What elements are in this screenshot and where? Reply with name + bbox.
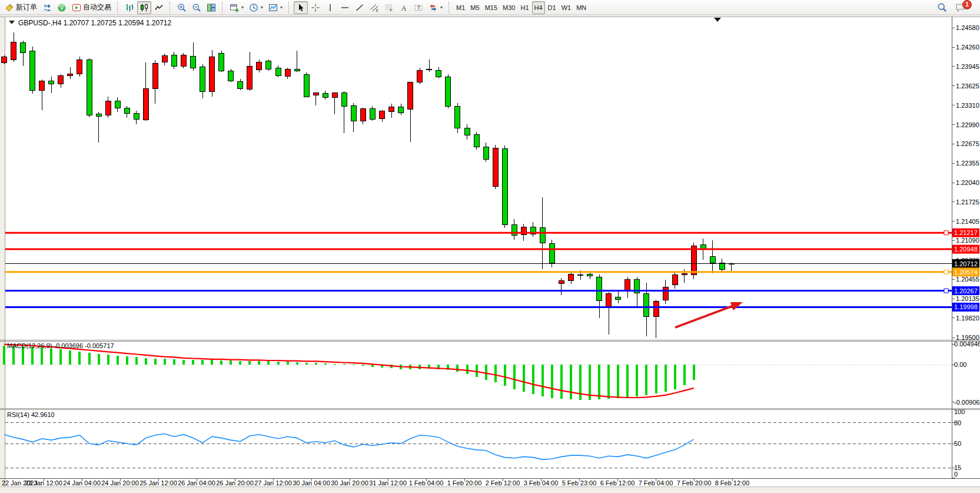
dropdown-arrow-icon[interactable]: ▾ bbox=[440, 5, 443, 10]
macd-bar bbox=[324, 363, 327, 365]
toolbar-group-trade: 新订单自动交易 bbox=[2, 1, 114, 14]
svg-text:1.20455: 1.20455 bbox=[956, 276, 979, 283]
new-chart-icon bbox=[230, 3, 239, 12]
svg-text:30 Jan 20:00: 30 Jan 20:00 bbox=[331, 479, 368, 487]
chat-button[interactable]: 1 bbox=[953, 1, 974, 14]
timeframe-mn[interactable]: MN bbox=[574, 1, 589, 14]
community-icon bbox=[42, 3, 52, 12]
macd-bar bbox=[456, 365, 459, 372]
macd-bar bbox=[494, 365, 497, 382]
macd-bar bbox=[126, 356, 128, 365]
timeframe-mn-label: MN bbox=[576, 4, 586, 11]
candle bbox=[304, 72, 309, 97]
svg-text:1.20712: 1.20712 bbox=[954, 260, 978, 267]
svg-text:1.22040: 1.22040 bbox=[956, 179, 979, 186]
templates-button[interactable]: ▾ bbox=[266, 1, 285, 14]
timeframe-h4[interactable]: H4 bbox=[532, 1, 545, 14]
line-type-icon bbox=[154, 3, 164, 12]
macd-bar bbox=[173, 359, 175, 365]
price-badge: 1.21217 bbox=[952, 229, 979, 237]
macd-bar bbox=[154, 359, 157, 365]
chart-canvas[interactable]: GBPUSD-,H4 1.20707 1.20725 1.20594 1.207… bbox=[0, 15, 980, 493]
macd-bar bbox=[636, 365, 638, 396]
arrows-button[interactable]: ▾ bbox=[426, 1, 445, 14]
toolbar-group-chart-types bbox=[122, 1, 166, 14]
text-label-icon: T bbox=[414, 3, 423, 12]
auto-trading-button[interactable]: 自动交易 bbox=[69, 1, 114, 14]
svg-text:1 Feb 20:00: 1 Feb 20:00 bbox=[447, 479, 482, 487]
text-button[interactable]: A bbox=[397, 1, 411, 14]
signals-icon bbox=[57, 3, 67, 12]
dropdown-arrow-icon[interactable]: ▾ bbox=[280, 5, 283, 10]
cursor-button[interactable] bbox=[294, 1, 308, 14]
macd-bar bbox=[182, 360, 185, 365]
line-chart-button[interactable] bbox=[152, 1, 166, 14]
bar-chart-button[interactable] bbox=[122, 1, 137, 14]
timeframe-h4-label: H4 bbox=[534, 4, 543, 11]
new-order-button[interactable]: 新订单 bbox=[2, 1, 39, 14]
timeframe-m5[interactable]: M5 bbox=[468, 1, 481, 14]
svg-text:1.24260: 1.24260 bbox=[956, 44, 979, 51]
macd-bar bbox=[117, 356, 119, 365]
window-chrome bbox=[0, 15, 980, 493]
periods-button[interactable]: ▾ bbox=[247, 1, 265, 14]
macd-bar bbox=[277, 362, 280, 365]
timeframe-h1-label: H1 bbox=[520, 4, 529, 11]
tile-windows-button[interactable] bbox=[204, 1, 218, 14]
svg-text:50: 50 bbox=[954, 440, 961, 447]
timeframe-d1[interactable]: D1 bbox=[546, 1, 559, 14]
text-a-icon: A bbox=[399, 3, 408, 12]
macd-bar bbox=[513, 365, 516, 389]
vertical-line-button[interactable] bbox=[323, 1, 337, 14]
new-order-button-label: 新订单 bbox=[16, 2, 37, 12]
crosshair-button[interactable] bbox=[308, 1, 323, 14]
macd-bar bbox=[287, 362, 289, 365]
candle bbox=[549, 240, 554, 267]
search-button[interactable] bbox=[935, 1, 949, 14]
new-chart-button[interactable]: ▾ bbox=[227, 1, 246, 14]
candle bbox=[30, 47, 35, 94]
macd-bar bbox=[258, 361, 260, 365]
candle bbox=[691, 243, 696, 279]
candlestick-chart-button[interactable] bbox=[137, 1, 151, 14]
signals-button[interactable] bbox=[55, 1, 69, 14]
trendline-button[interactable] bbox=[353, 1, 367, 14]
macd-bar bbox=[560, 365, 563, 399]
crosshair-icon bbox=[311, 3, 320, 12]
zoom-in-button[interactable] bbox=[175, 1, 189, 14]
svg-text:1.19500: 1.19500 bbox=[956, 334, 979, 341]
svg-text:26 Jan 04:00: 26 Jan 04:00 bbox=[178, 479, 215, 487]
svg-text:31 Jan 12:00: 31 Jan 12:00 bbox=[369, 479, 407, 487]
svg-text:26 Jan 20:00: 26 Jan 20:00 bbox=[216, 479, 254, 487]
timeframe-w1[interactable]: W1 bbox=[559, 1, 574, 14]
timeframe-m1[interactable]: M1 bbox=[454, 1, 467, 14]
macd-bar bbox=[220, 360, 222, 365]
macd-bar bbox=[645, 365, 647, 395]
timeframe-m30[interactable]: M30 bbox=[500, 1, 517, 14]
text-label-button[interactable]: T bbox=[411, 1, 426, 14]
dropdown-arrow-icon[interactable]: ▾ bbox=[241, 5, 244, 10]
autotrading-icon bbox=[72, 3, 81, 12]
community-button[interactable] bbox=[40, 1, 54, 14]
svg-text:1.24580: 1.24580 bbox=[956, 24, 979, 31]
svg-text:8 Feb 12:00: 8 Feb 12:00 bbox=[715, 479, 750, 487]
macd-bar bbox=[485, 365, 487, 380]
fibonacci-button[interactable]: F bbox=[382, 1, 396, 14]
timeframe-m15-label: M15 bbox=[485, 4, 497, 11]
svg-text:80: 80 bbox=[954, 419, 961, 426]
horizontal-line-button[interactable] bbox=[338, 1, 352, 14]
candle bbox=[228, 69, 234, 82]
svg-text:T: T bbox=[417, 4, 421, 11]
zoom-out-button[interactable] bbox=[190, 1, 204, 14]
line-handle[interactable] bbox=[944, 289, 948, 293]
svg-text:1.21725: 1.21725 bbox=[956, 198, 979, 206]
line-handle[interactable] bbox=[944, 270, 948, 274]
toolbar-separator bbox=[449, 2, 451, 14]
timeframe-m15[interactable]: M15 bbox=[483, 1, 500, 14]
equidistant-channel-button[interactable]: E bbox=[367, 1, 381, 14]
macd-bar bbox=[362, 365, 364, 366]
toolbar: 新订单自动交易▾▾▾EFAT▾M1M5M15M30H1H4D1W1MN1 bbox=[0, 0, 980, 15]
line-handle[interactable] bbox=[944, 231, 948, 235]
timeframe-h1[interactable]: H1 bbox=[518, 1, 531, 14]
dropdown-arrow-icon[interactable]: ▾ bbox=[261, 5, 263, 10]
